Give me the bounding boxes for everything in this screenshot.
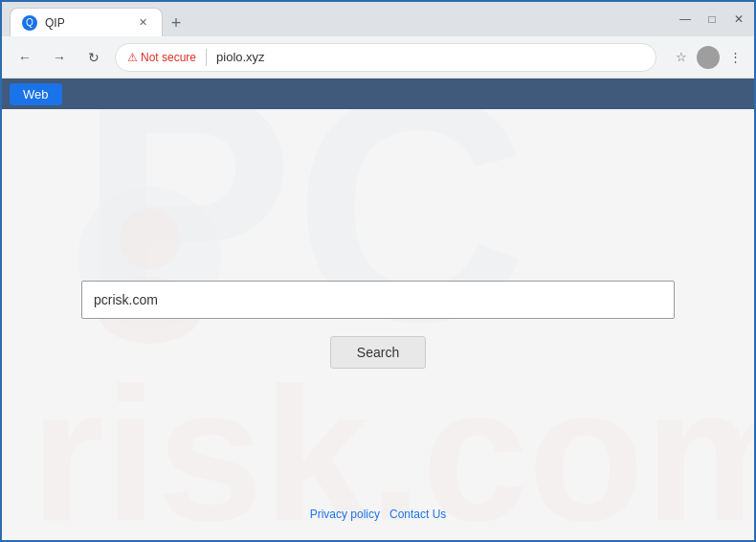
search-button[interactable]: Search bbox=[330, 336, 426, 369]
menu-icon[interactable]: ⋮ bbox=[725, 48, 745, 67]
address-input-wrap[interactable]: ⚠ Not secure piolo.xyz bbox=[115, 43, 656, 72]
svg-point-3 bbox=[119, 209, 180, 270]
privacy-policy-link[interactable]: Privacy policy bbox=[310, 508, 380, 521]
browser-window: Q QIP ✕ + — □ ✕ ← → ↻ ⚠ Not secure piolo… bbox=[0, 0, 756, 542]
bookmark-icon[interactable]: ☆ bbox=[672, 48, 691, 67]
contact-us-link[interactable]: Contact Us bbox=[389, 508, 446, 521]
address-divider bbox=[206, 49, 207, 66]
not-secure-indicator: ⚠ Not secure bbox=[127, 51, 196, 64]
page-content: PC risk.com Search Privacy policy Contac… bbox=[2, 109, 754, 540]
address-bar-icons: ☆ ⋮ bbox=[672, 46, 745, 69]
reload-button[interactable]: ↻ bbox=[80, 44, 107, 71]
url-display[interactable]: piolo.xyz bbox=[216, 50, 644, 64]
search-area: Search bbox=[81, 281, 675, 369]
browser-tab[interactable]: Q QIP ✕ bbox=[10, 8, 163, 36]
browser-toolbar: Web bbox=[2, 79, 754, 109]
window-controls: — □ ✕ bbox=[678, 11, 746, 27]
address-bar: ← → ↻ ⚠ Not secure piolo.xyz ☆ ⋮ bbox=[2, 36, 754, 79]
search-input[interactable] bbox=[81, 281, 675, 319]
back-button[interactable]: ← bbox=[11, 44, 38, 71]
title-bar: Q QIP ✕ + — □ ✕ bbox=[2, 2, 754, 36]
tab-favicon: Q bbox=[22, 15, 37, 31]
forward-button[interactable]: → bbox=[46, 44, 73, 71]
warning-icon: ⚠ bbox=[127, 51, 138, 64]
tab-close-button[interactable]: ✕ bbox=[135, 15, 150, 31]
not-secure-label: Not secure bbox=[141, 51, 196, 64]
footer-links: Privacy policy Contact Us bbox=[310, 508, 447, 521]
tab-area: Q QIP ✕ + bbox=[10, 2, 674, 36]
avatar[interactable] bbox=[697, 46, 720, 69]
tab-title: QIP bbox=[45, 16, 127, 30]
web-tab-button[interactable]: Web bbox=[10, 83, 62, 105]
maximize-button[interactable]: □ bbox=[704, 11, 720, 27]
new-tab-button[interactable]: + bbox=[163, 10, 189, 36]
minimize-button[interactable]: — bbox=[678, 11, 693, 27]
close-button[interactable]: ✕ bbox=[731, 11, 746, 27]
